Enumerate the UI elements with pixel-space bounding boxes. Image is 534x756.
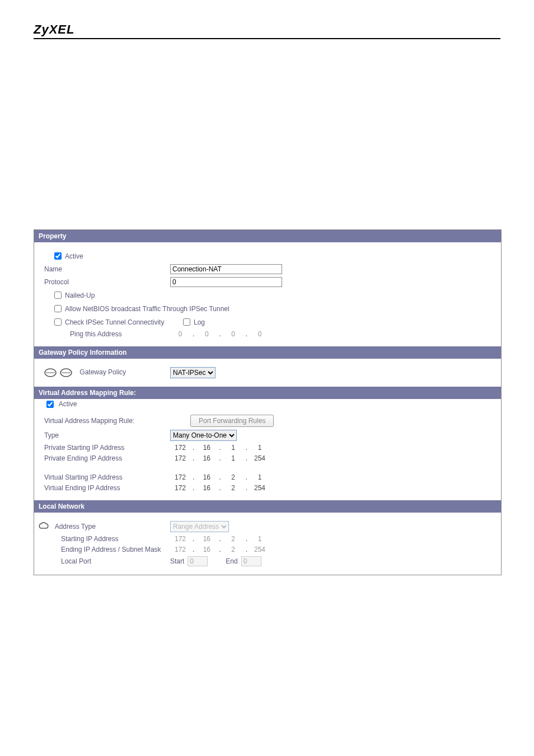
port-end-input — [241, 556, 261, 566]
nailed-up-label: Nailed-Up — [65, 292, 95, 299]
virtual-type-select[interactable]: Many One-to-One — [170, 430, 237, 441]
check-ipsec-checkbox[interactable] — [54, 318, 62, 326]
log-checkbox[interactable] — [183, 318, 190, 326]
ping-ip: 0. 0. 0. 0 — [170, 330, 270, 338]
local-start-ip: 172. 16. 2. 1 — [170, 535, 270, 543]
active-label: Active — [65, 252, 83, 260]
ip-octet[interactable]: 16 — [196, 454, 217, 462]
ip-octet: 1 — [250, 535, 270, 543]
virtual-rule-label: Virtual Address Mapping Rule: — [44, 417, 170, 425]
log-label: Log — [194, 318, 205, 326]
ip-octet[interactable]: 172 — [170, 484, 190, 492]
ip-octet[interactable]: 1 — [223, 444, 243, 452]
local-end-label: Ending IP Address / Subnet Mask — [44, 546, 170, 553]
ip-octet: 0 — [250, 330, 270, 338]
active-checkbox[interactable] — [54, 252, 62, 260]
virt-start-label: Virtual Starting IP Address — [44, 473, 170, 481]
priv-end-label: Private Ending IP Address — [44, 454, 170, 462]
ip-octet: 16 — [196, 546, 217, 553]
brand-logo: ZyXEL — [34, 22, 500, 37]
ip-octet[interactable]: 16 — [196, 444, 217, 452]
nailed-up-checkbox[interactable] — [54, 292, 62, 299]
check-ipsec-label: Check IPSec Tunnel Connectivity — [65, 318, 181, 326]
priv-end-ip[interactable]: 172. 16. 1. 254 — [170, 454, 270, 462]
ip-octet: 16 — [196, 535, 217, 543]
name-input[interactable] — [170, 264, 282, 274]
virt-end-ip[interactable]: 172. 16. 2. 254 — [170, 484, 270, 492]
section-header-virtual: Virtual Address Mapping Rule: — [34, 387, 501, 399]
ip-octet[interactable]: 1 — [223, 454, 243, 462]
priv-start-label: Private Starting IP Address — [44, 444, 170, 452]
port-forwarding-button[interactable]: Port Forwarding Rules — [190, 415, 274, 427]
ip-octet: 172 — [170, 535, 190, 543]
port-start-label: Start — [170, 557, 184, 565]
port-start-input — [188, 556, 208, 566]
addr-type-select: Range Address — [170, 521, 229, 532]
gateway-policy-label: Gateway Policy — [44, 368, 170, 377]
ip-octet[interactable]: 172 — [170, 444, 190, 452]
ip-octet: 2 — [223, 535, 243, 543]
ip-octet[interactable]: 172 — [170, 473, 190, 481]
virtual-active-label: Active — [59, 400, 77, 408]
ip-octet[interactable]: 16 — [196, 473, 217, 481]
ip-octet[interactable]: 2 — [223, 484, 243, 492]
virt-end-label: Virtual Ending IP Address — [44, 484, 170, 492]
virt-start-ip[interactable]: 172. 16. 2. 1 — [170, 473, 270, 481]
ip-octet[interactable]: 16 — [196, 484, 217, 492]
ip-octet: 0 — [170, 330, 190, 338]
policy-icon-left — [44, 368, 57, 377]
config-panel: Property Active Name Protocol Nailed-Up … — [34, 229, 502, 575]
port-end-label: End — [226, 557, 237, 565]
gateway-policy-select[interactable]: NAT-IPSec — [170, 367, 216, 378]
local-start-label: Starting IP Address — [44, 535, 170, 543]
ip-octet[interactable]: 2 — [223, 473, 243, 481]
ip-octet: 0 — [223, 330, 243, 338]
local-network-icon — [38, 522, 50, 530]
section-header-gateway: Gateway Policy Information — [34, 346, 501, 359]
protocol-label: Protocol — [44, 278, 170, 286]
virtual-type-label: Type — [44, 431, 170, 439]
ip-octet: 2 — [223, 546, 243, 553]
ip-octet[interactable]: 1 — [250, 473, 270, 481]
ip-octet: 0 — [196, 330, 217, 338]
ip-octet: 254 — [250, 546, 270, 553]
local-end-ip: 172. 16. 2. 254 — [170, 546, 270, 553]
ip-octet[interactable]: 254 — [250, 484, 270, 492]
addr-type-label: Address Type — [38, 522, 170, 532]
section-header-property: Property — [34, 230, 501, 242]
netbios-checkbox[interactable] — [54, 305, 62, 312]
brand-divider — [34, 38, 500, 39]
virtual-active-checkbox[interactable] — [46, 401, 54, 408]
protocol-input[interactable] — [170, 277, 282, 287]
ip-octet[interactable]: 254 — [250, 454, 270, 462]
netbios-label: Allow NetBIOS broadcast Traffic Through … — [65, 305, 229, 313]
ip-octet[interactable]: 1 — [250, 444, 270, 452]
policy-icon-right — [60, 368, 72, 377]
priv-start-ip[interactable]: 172. 16. 1. 1 — [170, 444, 270, 452]
ping-label: Ping this Address — [44, 330, 170, 338]
local-port-label: Local Port — [44, 557, 170, 565]
ip-octet[interactable]: 172 — [170, 454, 190, 462]
name-label: Name — [44, 265, 170, 273]
ip-octet: 172 — [170, 546, 190, 553]
section-header-local: Local Network — [34, 500, 501, 513]
